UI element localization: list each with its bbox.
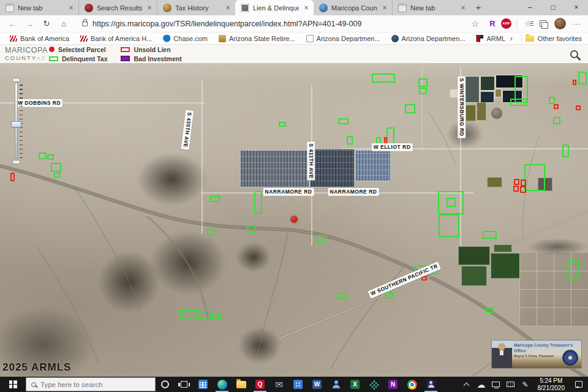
delinquent-parcel[interactable] [568,260,579,279]
delinquent-parcel[interactable] [386,127,394,145]
taskbar-search[interactable] [26,377,156,391]
tab-close-icon[interactable]: × [224,4,232,12]
collections-icon[interactable] [540,20,546,27]
tray-pen-button[interactable] [518,380,533,389]
tab-close-icon[interactable]: × [459,4,467,12]
map-viewport[interactable]: W DOBBINS RDS 435TH AVES 411TH AVEW ELLI… [0,63,588,377]
back-icon[interactable]: ← [5,19,20,29]
delinquent-parcel[interactable] [385,292,393,298]
delinquent-parcel[interactable] [486,307,494,313]
delinquent-parcel[interactable] [198,311,212,320]
unsold-lien-parcel[interactable] [513,186,519,192]
favorite-item[interactable]: Bank of America [6,35,77,42]
taskbar-chrome-button[interactable] [402,377,421,392]
zoom-in-button[interactable] [12,78,20,82]
url-field[interactable]: https://gis.maricopa.gov/TSR/liendelinqu… [92,20,469,28]
delinquent-parcel[interactable] [247,225,256,233]
taskbar-onenote-button[interactable]: N [383,377,402,392]
taskbar-file-explorer-button[interactable] [232,377,251,392]
delinquent-parcel[interactable] [39,153,47,159]
taskbar-quicken-button[interactable]: Q [251,377,270,392]
favorite-item[interactable]: Bank of America H... [77,35,159,42]
taskbar-edge-button[interactable] [213,377,232,392]
delinquent-parcel[interactable] [51,163,61,172]
delinquent-parcel[interactable] [447,198,456,207]
taskbar-excel-button[interactable]: X [345,377,364,392]
delinquent-parcel[interactable] [317,235,326,243]
taskbar-fitbit-button[interactable] [364,377,383,392]
delinquent-parcel[interactable] [419,88,427,94]
delinquent-parcel[interactable] [212,314,221,320]
delinquent-parcel[interactable] [54,173,61,178]
refresh-icon[interactable]: ↻ [39,19,54,28]
browser-tab[interactable]: Search Results - Maric× [78,0,157,15]
delinquent-parcel[interactable] [524,164,545,191]
zoom-thumb[interactable] [11,121,21,128]
home-icon[interactable]: ⌂ [56,19,71,28]
browser-tab[interactable]: New tab× [392,0,470,15]
delinquent-parcel[interactable] [337,293,347,300]
delinquent-parcel[interactable] [562,145,569,157]
delinquent-parcel[interactable] [372,74,395,83]
tab-close-icon[interactable]: × [146,4,153,12]
unsold-lien-parcel[interactable] [576,105,581,110]
new-tab-button[interactable]: + [470,0,486,15]
delinquent-parcel[interactable] [418,78,428,87]
taskbar-acrobat-button[interactable] [421,377,440,392]
tab-close-icon[interactable]: × [303,4,310,12]
delinquent-parcel[interactable] [210,196,220,202]
delinquent-parcel[interactable] [180,310,198,320]
browser-menu-icon[interactable]: ··· [571,19,583,28]
delinquent-parcel[interactable] [439,214,459,237]
delinquent-parcel[interactable] [47,154,54,160]
maximize-button[interactable]: □ [541,0,565,15]
taskbar-task-view-button[interactable] [175,377,194,392]
zoom-out-button[interactable] [12,160,20,164]
delinquent-parcel[interactable] [279,122,286,127]
unsold-lien-parcel[interactable] [520,186,526,193]
taskbar-calculator-button[interactable] [288,377,307,392]
unsold-lien-parcel[interactable] [554,104,559,109]
favorite-item[interactable]: ARMLS (Arizona Re... [472,35,505,42]
delinquent-parcel[interactable] [483,231,497,239]
browser-tab[interactable]: Maricopa County Asse× [314,0,392,15]
unsold-lien-parcel[interactable] [514,179,519,185]
delinquent-parcel[interactable] [549,97,555,104]
unsold-lien-parcel[interactable] [10,173,15,181]
adblock-extension-icon[interactable]: ABP [501,18,511,29]
favorite-item[interactable]: Arizona Departmen... [303,35,388,42]
delinquent-parcel[interactable] [405,104,415,113]
tray-chevron-up-button[interactable] [459,380,474,389]
minimize-button[interactable]: – [518,0,541,15]
delinquent-parcel[interactable] [578,72,587,85]
browser-tab[interactable]: Tax History× [157,0,235,15]
delinquent-parcel[interactable] [347,136,353,145]
forward-icon[interactable]: → [22,19,37,29]
delinquent-parcel[interactable] [553,117,560,124]
taskbar-cortana-button[interactable] [156,377,175,392]
unsold-lien-parcel[interactable] [521,179,526,186]
tab-close-icon[interactable]: × [67,4,75,12]
taskbar-people-button[interactable] [326,377,345,392]
taskbar-search-input[interactable] [40,381,138,388]
unsold-lien-parcel[interactable] [421,276,427,281]
unsold-lien-parcel[interactable] [573,80,576,85]
delinquent-parcel[interactable] [338,118,349,124]
delinquent-parcel[interactable] [510,99,527,106]
other-favorites-button[interactable]: Other favorites [538,35,582,42]
action-center-button[interactable] [570,381,588,388]
taskbar-mail-button[interactable] [270,377,288,392]
taskbar-clock[interactable]: 5:24 PM 8/21/2020 [533,377,570,392]
favorites-overflow-chevron[interactable]: › [505,34,518,43]
profile-avatar[interactable] [554,18,566,29]
close-button[interactable]: × [565,0,588,15]
tray-touch-keyboard-button[interactable] [503,380,518,389]
favorites-list-icon[interactable]: ☆ [522,19,534,28]
tray-display-button[interactable] [489,380,503,389]
taskbar-calendar-button[interactable] [194,377,213,392]
taskbar-word-button[interactable]: W [307,377,326,392]
search-icon[interactable] [570,50,578,58]
start-button[interactable] [0,377,26,392]
tab-close-icon[interactable]: × [381,4,388,12]
favorite-item[interactable]: Arizona State Retire... [215,35,303,42]
